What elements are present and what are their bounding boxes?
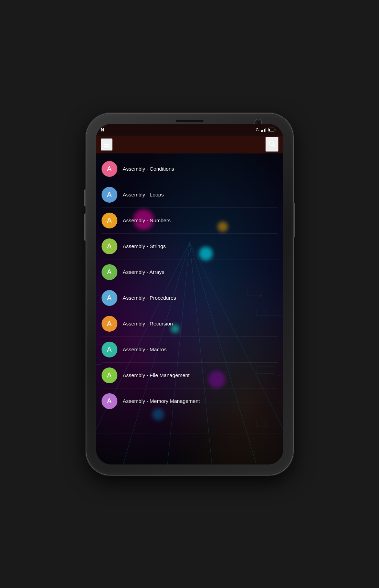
list-item[interactable]: AAssembly - Strings xyxy=(96,234,283,259)
avatar: A xyxy=(102,238,117,254)
item-label: Assembly - Arrays xyxy=(123,269,165,275)
svg-rect-25 xyxy=(256,420,265,426)
avatar: A xyxy=(102,290,117,306)
svg-rect-26 xyxy=(265,420,274,426)
item-label: Assembly - File Management xyxy=(123,372,190,378)
avatar: A xyxy=(102,187,117,203)
power-button[interactable] xyxy=(293,203,295,237)
carrier-label: G xyxy=(256,128,259,132)
status-bar: N G xyxy=(96,124,283,136)
list-item[interactable]: AAssembly - Recursion xyxy=(96,311,283,336)
screen-content: N G ☰ xyxy=(96,124,283,464)
item-label: Assembly - Strings xyxy=(123,243,166,249)
list-item[interactable]: AAssembly - Memory Management xyxy=(96,388,283,414)
list-item[interactable]: AAssembly - Procedures xyxy=(96,285,283,311)
list-item[interactable]: AAssembly - Loops xyxy=(96,182,283,207)
list-item[interactable]: AAssembly - Conditions xyxy=(96,156,283,182)
avatar: A xyxy=(102,367,117,383)
list-item[interactable]: AAssembly - File Management xyxy=(96,363,283,388)
signal-icon xyxy=(261,128,266,132)
content-area: AAssembly - ConditionsAAssembly - LoopsA… xyxy=(96,153,283,464)
app-bar: ☰ xyxy=(96,136,283,153)
search-button[interactable] xyxy=(265,137,278,152)
notification-icon: N xyxy=(101,127,104,132)
item-label: Assembly - Memory Management xyxy=(123,398,200,404)
status-left: N xyxy=(101,127,104,132)
avatar: A xyxy=(102,393,117,409)
avatar: A xyxy=(102,316,117,332)
phone-device: N G ☰ xyxy=(86,114,293,475)
menu-button[interactable]: ☰ xyxy=(101,138,113,151)
item-label: Assembly - Loops xyxy=(123,192,164,197)
avatar: A xyxy=(102,213,117,228)
volume-down-button[interactable] xyxy=(84,213,86,241)
avatar: A xyxy=(102,264,117,280)
list-item[interactable]: AAssembly - Macros xyxy=(96,337,283,362)
item-label: Assembly - Conditions xyxy=(123,166,174,172)
list-item[interactable]: AAssembly - Numbers xyxy=(96,208,283,233)
battery-icon xyxy=(268,128,274,131)
item-label: Assembly - Macros xyxy=(123,346,167,352)
status-right: G xyxy=(256,128,278,132)
avatar: A xyxy=(102,161,117,177)
item-label: Assembly - Recursion xyxy=(123,321,173,327)
item-label: Assembly - Numbers xyxy=(123,217,171,223)
list-item[interactable]: AAssembly - Arrays xyxy=(96,259,283,285)
phone-screen: N G ☰ xyxy=(96,124,283,464)
svg-line-1 xyxy=(273,145,275,147)
list-container: AAssembly - ConditionsAAssembly - LoopsA… xyxy=(96,153,283,417)
volume-up-button[interactable] xyxy=(84,189,86,206)
avatar: A xyxy=(102,342,117,357)
item-label: Assembly - Procedures xyxy=(123,295,176,301)
